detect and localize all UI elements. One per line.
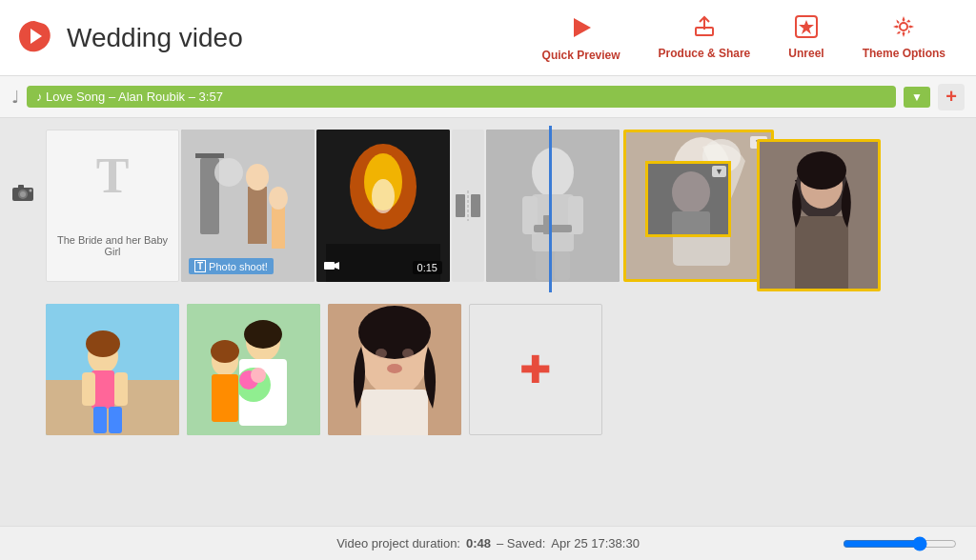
thumbnails-row: ✚ — [46, 300, 976, 438]
thumbnail-1[interactable] — [46, 304, 179, 435]
overlay-clip[interactable]: ▼ — [645, 161, 731, 237]
svg-point-10 — [30, 190, 32, 192]
music-dropdown-button[interactable]: ▼ — [904, 87, 930, 108]
svg-rect-67 — [212, 374, 238, 422]
title-clip[interactable]: T The Bride and her Baby Girl — [46, 130, 179, 282]
svg-point-30 — [532, 148, 574, 197]
svg-rect-36 — [534, 225, 572, 232]
svg-rect-56 — [93, 407, 107, 433]
svg-point-73 — [376, 349, 387, 358]
svg-rect-15 — [248, 187, 267, 244]
svg-rect-9 — [18, 185, 24, 189]
svg-point-58 — [86, 330, 120, 357]
thumb1-image — [46, 304, 179, 435]
photo-shoot-clip[interactable]: T Photo shoot! — [181, 130, 315, 282]
camera-icon — [10, 183, 35, 208]
status-separator: – Saved: — [497, 536, 545, 550]
svg-rect-35 — [555, 251, 570, 280]
title-clip-text: The Bride and her Baby Girl — [47, 234, 178, 257]
status-bar: Video project duration: 0:48 – Saved: Ap… — [0, 526, 976, 560]
svg-rect-55 — [114, 372, 128, 406]
app-logo — [15, 17, 53, 59]
svg-point-65 — [251, 368, 266, 383]
main-content: T The Bride and her Baby Girl — [0, 118, 976, 526]
quick-preview-label: Quick Preview — [542, 49, 620, 62]
music-bar: ♩ ♪ Love Song – Alan Roubik – 3:57 ▼ + — [0, 76, 976, 118]
video-camera-icon — [324, 259, 339, 274]
thumb2-image — [187, 304, 320, 435]
music-track-button[interactable]: ♪ Love Song – Alan Roubik – 3:57 — [27, 86, 896, 108]
transition-clip[interactable] — [452, 130, 484, 282]
svg-point-72 — [358, 306, 431, 359]
thumbnail-3[interactable] — [328, 304, 461, 435]
status-text: Video project duration: — [336, 536, 460, 550]
produce-share-label: Produce & Share — [659, 47, 751, 60]
svg-point-62 — [244, 320, 282, 349]
svg-marker-25 — [335, 262, 339, 270]
text-badge-icon: T — [194, 260, 206, 272]
svg-rect-24 — [324, 262, 335, 270]
svg-rect-31 — [532, 194, 574, 251]
svg-rect-54 — [82, 372, 95, 406]
playhead — [549, 126, 552, 292]
svg-marker-0 — [574, 18, 591, 37]
svg-rect-57 — [109, 407, 122, 433]
clips-row: T The Bride and her Baby Girl — [46, 126, 976, 292]
svg-point-75 — [387, 364, 402, 373]
add-clip-icon: ✚ — [519, 348, 552, 391]
svg-rect-47 — [795, 216, 848, 291]
add-clip-button[interactable]: ✚ — [469, 304, 602, 435]
dropdown-arrow-icon: ▼ — [911, 90, 923, 104]
theme-options-label: Theme Options — [863, 47, 946, 60]
camera-column — [0, 126, 46, 518]
music-track-label: ♪ Love Song – Alan Roubik – 3:57 — [36, 90, 223, 104]
svg-point-74 — [402, 349, 414, 358]
video-duration-badge: 0:15 — [413, 261, 442, 274]
video-clip[interactable]: 0:15 — [316, 130, 450, 282]
highlighted-clip-2[interactable] — [757, 139, 881, 291]
music-note-icon: ♩ — [11, 87, 19, 108]
zoom-slider-container — [843, 536, 957, 551]
photo-label-badge: T Photo shoot! — [189, 258, 274, 274]
svg-rect-44 — [672, 211, 710, 237]
star-icon — [794, 14, 819, 43]
svg-point-49 — [797, 151, 846, 190]
photo-shoot-label: Photo shoot! — [209, 261, 268, 272]
svg-point-18 — [269, 187, 288, 210]
timeline: T The Bride and her Baby Girl — [46, 126, 976, 518]
status-duration: 0:48 — [466, 536, 491, 550]
thumb3-image — [328, 304, 461, 435]
svg-rect-27 — [471, 194, 480, 217]
header: Wedding video Quick Preview Produce & Sh… — [0, 0, 976, 76]
svg-rect-17 — [272, 206, 285, 249]
svg-point-16 — [246, 164, 269, 190]
header-actions: Quick Preview Produce & Share Unreel — [527, 7, 961, 70]
bw-photo-clip[interactable] — [486, 130, 620, 282]
svg-point-22 — [372, 179, 395, 213]
svg-rect-13 — [195, 153, 224, 158]
thumbnail-2[interactable] — [187, 304, 320, 435]
unreel-button[interactable]: Unreel — [773, 7, 839, 70]
bw-child-image — [486, 130, 620, 282]
plus-icon: + — [946, 86, 957, 108]
quick-preview-button[interactable]: Quick Preview — [527, 7, 636, 70]
svg-marker-4 — [799, 20, 814, 34]
share-icon — [692, 14, 717, 43]
svg-point-43 — [672, 171, 710, 213]
zoom-slider[interactable] — [843, 536, 957, 551]
svg-point-5 — [900, 23, 907, 30]
unreel-label: Unreel — [788, 47, 824, 60]
svg-rect-26 — [456, 194, 465, 217]
theme-options-button[interactable]: Theme Options — [847, 7, 961, 70]
highlighted-clip-1[interactable]: ▼ ▼ — [623, 130, 774, 282]
overlay-flag-icon: ▼ — [712, 166, 726, 177]
svg-point-8 — [20, 191, 26, 197]
svg-rect-71 — [361, 390, 428, 435]
play-icon — [568, 14, 595, 45]
status-saved: Apr 25 17:38:30 — [551, 536, 640, 550]
svg-point-68 — [211, 340, 239, 363]
gear-icon — [891, 14, 916, 43]
transition-icon — [452, 187, 484, 225]
produce-share-button[interactable]: Produce & Share — [643, 7, 766, 70]
music-add-button[interactable]: + — [938, 84, 965, 110]
